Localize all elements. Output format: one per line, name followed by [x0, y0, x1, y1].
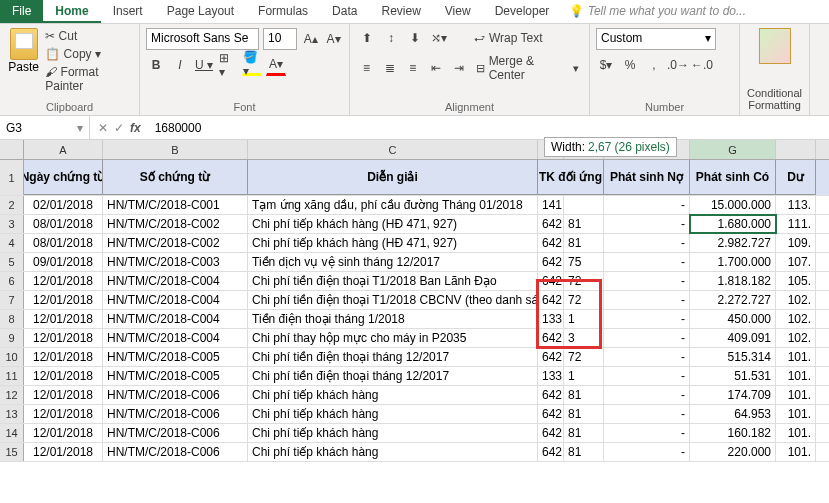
cell[interactable]: 102. — [776, 329, 816, 347]
cell[interactable]: 642 — [538, 424, 564, 442]
cell[interactable]: 81 — [564, 424, 604, 442]
cell[interactable]: 409.091 — [690, 329, 776, 347]
cell[interactable]: 81 — [564, 443, 604, 461]
tab-formulas[interactable]: Formulas — [246, 0, 320, 23]
tab-pagelayout[interactable]: Page Layout — [155, 0, 246, 23]
tab-developer[interactable]: Developer — [483, 0, 562, 23]
cell[interactable]: HN/TM/C/2018-C006 — [103, 424, 248, 442]
cell[interactable]: 15.000.000 — [690, 196, 776, 214]
cell[interactable]: 220.000 — [690, 443, 776, 461]
cell[interactable]: HN/TM/C/2018-C002 — [103, 234, 248, 252]
cancel-formula-button[interactable]: ✕ — [98, 121, 108, 135]
cell[interactable]: 12/01/2018 — [24, 291, 103, 309]
cell[interactable]: Chi phí tiếp khách hàng — [248, 386, 538, 404]
merge-center-button[interactable]: ⊟ Merge & Center ▾ — [472, 52, 583, 84]
cell[interactable]: 160.182 — [690, 424, 776, 442]
col-header-B[interactable]: B — [103, 140, 248, 159]
cell[interactable]: - — [604, 424, 690, 442]
cell[interactable]: Chi phí tiền điện thoại tháng 12/2017 — [248, 348, 538, 366]
header-cell[interactable]: Diễn giải — [248, 160, 538, 195]
indent-inc-button[interactable]: ⇥ — [449, 58, 470, 78]
row-header[interactable]: 10 — [0, 348, 24, 366]
col-header-H[interactable] — [776, 140, 816, 159]
decrease-font-button[interactable]: A▾ — [324, 28, 343, 50]
cell[interactable]: 12/01/2018 — [24, 367, 103, 385]
cell[interactable]: 12/01/2018 — [24, 310, 103, 328]
align-right-button[interactable]: ≡ — [402, 58, 423, 78]
cell[interactable]: - — [604, 215, 690, 233]
cell[interactable]: Chi phí tiền điện thoại T1/2018 CBCNV (t… — [248, 291, 538, 309]
tab-review[interactable]: Review — [369, 0, 432, 23]
cell[interactable]: HN/TM/C/2018-C005 — [103, 367, 248, 385]
orientation-button[interactable]: ⤭▾ — [428, 28, 450, 48]
font-color-button[interactable]: A▾ — [266, 54, 286, 76]
copy-button[interactable]: 📋 Copy ▾ — [45, 46, 133, 62]
cell[interactable]: 102. — [776, 291, 816, 309]
cell[interactable]: Chi phí tiếp khách hàng (HĐ 471, 927) — [248, 215, 538, 233]
cell[interactable]: 1 — [564, 367, 604, 385]
row-header[interactable]: 11 — [0, 367, 24, 385]
row-header[interactable]: 4 — [0, 234, 24, 252]
cell[interactable]: Chi phí tiếp khách hàng (HĐ 471, 927) — [248, 234, 538, 252]
col-header-G[interactable]: G — [690, 140, 776, 159]
row-header[interactable]: 15 — [0, 443, 24, 461]
cell[interactable]: Tạm ứng xăng dầu, phí cầu đường Tháng 01… — [248, 196, 538, 214]
cell[interactable]: - — [604, 329, 690, 347]
cell[interactable]: 12/01/2018 — [24, 443, 103, 461]
row-header[interactable]: 1 — [0, 160, 24, 195]
font-size-select[interactable]: 10 — [263, 28, 297, 50]
cell[interactable]: 12/01/2018 — [24, 329, 103, 347]
cell[interactable]: 02/01/2018 — [24, 196, 103, 214]
cell[interactable]: 1.818.182 — [690, 272, 776, 290]
header-cell[interactable]: Ngày chứng từ — [24, 160, 103, 195]
cell[interactable]: 81 — [564, 215, 604, 233]
cell[interactable]: 102. — [776, 310, 816, 328]
fill-color-button[interactable]: 🪣▾ — [242, 54, 262, 76]
cell[interactable]: 101. — [776, 424, 816, 442]
cut-button[interactable]: ✂ Cut — [45, 28, 133, 44]
row-header[interactable]: 3 — [0, 215, 24, 233]
cell[interactable]: 1.700.000 — [690, 253, 776, 271]
decrease-decimal-button[interactable]: ←.0 — [692, 54, 712, 76]
cell[interactable]: - — [604, 272, 690, 290]
cell[interactable]: 51.531 — [690, 367, 776, 385]
cell[interactable]: 1.680.000 — [690, 215, 776, 233]
cell[interactable]: 113. — [776, 196, 816, 214]
cell[interactable]: 133 — [538, 367, 564, 385]
formula-input[interactable]: 1680000 — [149, 119, 829, 137]
align-center-button[interactable]: ≣ — [379, 58, 400, 78]
cell[interactable]: Tiền điện thoại tháng 1/2018 — [248, 310, 538, 328]
row-header[interactable]: 12 — [0, 386, 24, 404]
border-button[interactable]: ⊞ ▾ — [218, 54, 238, 76]
cell[interactable]: - — [604, 310, 690, 328]
paste-button[interactable]: Paste — [6, 28, 41, 94]
cell[interactable]: 101. — [776, 405, 816, 423]
row-header[interactable]: 5 — [0, 253, 24, 271]
cell[interactable]: 101. — [776, 386, 816, 404]
cell[interactable]: HN/TM/C/2018-C004 — [103, 272, 248, 290]
cell[interactable]: 08/01/2018 — [24, 215, 103, 233]
cell[interactable]: 72 — [564, 348, 604, 366]
tell-me[interactable]: Tell me what you want to do... — [561, 0, 754, 23]
align-top-button[interactable]: ⬆ — [356, 28, 378, 48]
cell[interactable]: - — [604, 367, 690, 385]
cell[interactable]: HN/TM/C/2018-C002 — [103, 215, 248, 233]
select-all-button[interactable] — [0, 140, 24, 159]
cell[interactable]: Chi phí tiếp khách hàng — [248, 405, 538, 423]
cell[interactable]: 72 — [564, 272, 604, 290]
align-bottom-button[interactable]: ⬇ — [404, 28, 426, 48]
row-header[interactable]: 2 — [0, 196, 24, 214]
increase-font-button[interactable]: A▴ — [301, 28, 320, 50]
cell[interactable]: - — [604, 234, 690, 252]
bold-button[interactable]: B — [146, 54, 166, 76]
row-header[interactable]: 13 — [0, 405, 24, 423]
cell[interactable]: 642 — [538, 443, 564, 461]
header-cell[interactable]: Dư — [776, 160, 816, 195]
cell[interactable]: 642 — [538, 272, 564, 290]
indent-dec-button[interactable]: ⇤ — [425, 58, 446, 78]
row-header[interactable]: 7 — [0, 291, 24, 309]
wrap-text-button[interactable]: ⮐ Wrap Text — [470, 29, 547, 47]
cell[interactable]: HN/TM/C/2018-C001 — [103, 196, 248, 214]
cell[interactable]: - — [604, 291, 690, 309]
cell[interactable]: 133 — [538, 310, 564, 328]
